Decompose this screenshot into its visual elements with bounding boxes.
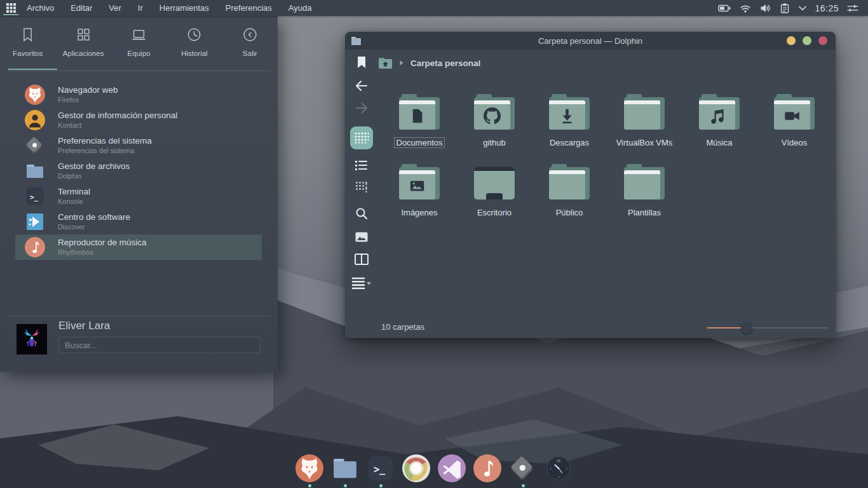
menu-herramientas[interactable]: Herramientas (159, 3, 209, 13)
app-item-kontact[interactable]: Gestor de información personal Kontact (15, 107, 262, 133)
dock-item-firefox[interactable] (295, 452, 324, 488)
chevron-down-icon[interactable] (798, 5, 807, 11)
status-text: 10 carpetas (381, 322, 424, 332)
folder-label: Imágenes (401, 208, 437, 217)
clock[interactable]: 16:25 (815, 3, 839, 13)
folder-grid: Documentos github (382, 94, 832, 234)
folder-github[interactable]: github (457, 94, 532, 164)
folder-musica[interactable]: Música (682, 94, 757, 164)
preview-image-icon (355, 232, 368, 242)
dock-item-vscode[interactable] (437, 452, 466, 488)
back-button[interactable] (355, 80, 369, 92)
menu-preferencias[interactable]: Preferencias (226, 3, 272, 13)
clipboard-icon[interactable] (779, 3, 790, 14)
app-title: Terminal (58, 187, 90, 198)
app-item-rhythmbox[interactable]: Reproductor de música Rhythmbox (15, 234, 262, 260)
dock-item-chromium[interactable] (402, 452, 431, 488)
launcher-tabs: Favoritos Aplicaciones Equipo (0, 16, 278, 69)
app-item-discover[interactable]: Centro de software Discover (15, 209, 262, 234)
app-item-system-settings[interactable]: Preferencias del sistema Preferencias de… (15, 133, 262, 158)
preview-button[interactable] (355, 232, 368, 242)
window-titlebar[interactable]: Carpeta personal — Dolphin (345, 32, 836, 50)
video-glyph-icon (783, 107, 801, 125)
active-tab-underline (8, 69, 57, 70)
dolphin-toolbar (345, 50, 378, 338)
forward-button[interactable] (355, 102, 369, 114)
app-item-dolphin[interactable]: Gestor de archivos Dolphin (15, 158, 262, 184)
desktop-icon (474, 166, 515, 200)
dock-item-terminal[interactable]: >_ (366, 452, 395, 488)
folder-videos[interactable]: Vídeos (757, 94, 832, 164)
arrow-right-icon (355, 102, 369, 114)
folder-label: Escritorio (477, 208, 512, 217)
minimize-button[interactable] (787, 36, 796, 45)
svg-text:12: 12 (557, 459, 560, 463)
user-name: Eliver Lara (58, 320, 110, 332)
launcher-button[interactable] (0, 0, 22, 16)
launcher-active-indicator (3, 14, 18, 15)
icons-view-button[interactable] (350, 126, 373, 149)
dock-item-settings[interactable] (508, 452, 538, 488)
folder-imagenes[interactable]: Imágenes (382, 164, 457, 234)
zoom-slider-handle[interactable] (741, 322, 752, 334)
arrow-left-icon (355, 80, 369, 92)
folder-virtualbox-vms[interactable]: VirtualBox VMs (607, 94, 682, 164)
zoom-slider[interactable] (707, 327, 828, 329)
rhythmbox-icon (473, 454, 501, 482)
battery-icon[interactable] (718, 3, 731, 14)
dock-item-file-manager[interactable] (330, 452, 360, 488)
split-view-button[interactable] (355, 254, 369, 265)
folder-label: Vídeos (782, 138, 807, 147)
search-button[interactable] (355, 207, 369, 220)
app-item-firefox[interactable]: Navegador web Firefox (15, 82, 262, 107)
system-tray: 16:25 (718, 3, 868, 14)
top-menubar: Archivo Editar Ver Ir Herramientas Prefe… (0, 0, 868, 16)
folder-descargas[interactable]: Descargas (532, 94, 607, 164)
system-settings-icon (509, 454, 537, 482)
menu-ayuda[interactable]: Ayuda (288, 3, 312, 13)
running-indicator (344, 484, 347, 487)
tab-aplicaciones[interactable]: Aplicaciones (55, 16, 111, 69)
breadcrumb-path[interactable]: Carpeta personal (410, 58, 480, 68)
music-glyph-icon (709, 107, 726, 125)
dolphin-window: Carpeta personal — Dolphin (345, 32, 836, 338)
tab-favoritos[interactable]: Favoritos (0, 16, 55, 69)
folder-label: Público (556, 208, 583, 217)
tab-historial[interactable]: Historial (166, 16, 222, 69)
leave-icon (241, 26, 259, 43)
panel-settings-icon[interactable] (846, 3, 859, 13)
tab-label: Favoritos (13, 50, 43, 57)
analog-clock-icon: 12 369 (546, 456, 571, 481)
wifi-icon[interactable] (739, 3, 752, 14)
menu-archivo[interactable]: Archivo (27, 3, 54, 13)
dock-item-rhythmbox[interactable] (473, 452, 502, 488)
tab-salir[interactable]: Salir (222, 16, 278, 69)
close-button[interactable] (818, 36, 827, 45)
home-folder-icon[interactable] (378, 57, 393, 69)
menu-editar[interactable]: Editar (71, 3, 92, 13)
tab-equipo[interactable]: Equipo (111, 16, 166, 69)
menu-ir[interactable]: Ir (138, 3, 143, 13)
folder-plantillas[interactable]: Plantillas (607, 164, 682, 234)
folder-label: Documentos (395, 138, 445, 147)
breadcrumb-chevron-icon (399, 60, 404, 66)
list-view-button[interactable] (355, 159, 369, 171)
folder-documentos[interactable]: Documentos (382, 94, 457, 164)
application-launcher-panel: Favoritos Aplicaciones Equipo (0, 16, 278, 372)
neon-deer-avatar (17, 324, 47, 355)
folder-icon (624, 94, 665, 130)
avatar[interactable] (17, 324, 47, 355)
details-view-button[interactable] (355, 181, 368, 193)
folder-escritorio[interactable]: Escritorio (457, 164, 532, 234)
app-title: Reproductor de música (58, 238, 147, 248)
volume-icon[interactable] (759, 3, 771, 14)
menu-ver[interactable]: Ver (109, 3, 121, 13)
maximize-button[interactable] (803, 36, 811, 45)
folder-publico[interactable]: Público (532, 164, 607, 234)
bookmark-button[interactable] (356, 56, 367, 69)
dock-item-clock-widget[interactable]: 12 369 (544, 452, 573, 488)
search-input[interactable] (58, 337, 261, 353)
running-indicator (522, 484, 525, 487)
menu-button[interactable] (351, 276, 372, 289)
app-item-konsole[interactable]: >_ Terminal Konsole (15, 184, 262, 209)
